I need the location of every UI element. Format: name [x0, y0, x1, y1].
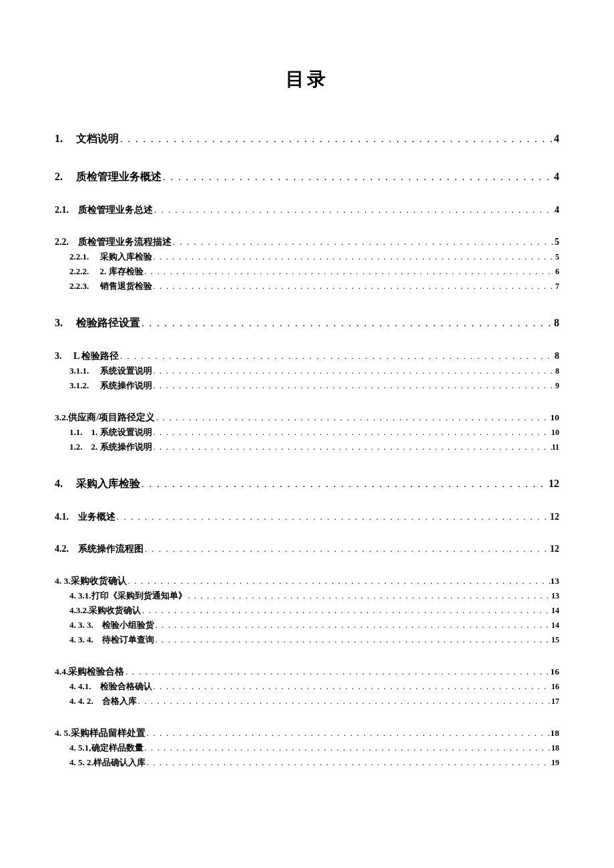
toc-number: 4.2.: [55, 544, 69, 554]
toc-page-number: 9: [555, 381, 559, 391]
toc-gap: [89, 266, 99, 277]
toc-number: 4. 3.1.: [69, 590, 91, 601]
toc-page-number: 8: [554, 317, 559, 329]
toc-text: 采购入库检验: [76, 477, 140, 491]
toc-text: 检验路径设置: [76, 316, 140, 330]
toc-text: 1. 系统设置说明: [91, 426, 152, 438]
toc-leader-dots: . . . . . . . . . . . . . . . . . . . . …: [152, 442, 552, 452]
toc-text: 采购样品留样处置: [71, 727, 145, 739]
toc-entry: 4.1. 业务概述 . . . . . . . . . . . . . . . …: [55, 511, 559, 523]
toc-page: 目录 1. 文档说明 . . . . . . . . . . . . . . .…: [0, 0, 614, 769]
toc-page-number: 19: [551, 758, 559, 768]
toc-entry: 4. 4. 2. 合格入库 . . . . . . . . . . . . . …: [55, 695, 559, 707]
toc-number: 4. 4.1.: [69, 681, 91, 692]
toc-text: 2. 系统操作说明: [91, 441, 152, 453]
toc-page-number: 17: [551, 697, 559, 707]
toc-gap: [69, 544, 78, 554]
toc-leader-dots: . . . . . . . . . . . . . . . . . . . . …: [152, 381, 556, 391]
toc-text: 采购收货确认: [71, 575, 127, 587]
toc-leader-dots: . . . . . . . . . . . . . . . . . . . . …: [152, 682, 552, 692]
toc-gap: [93, 620, 102, 630]
toc-number: 2.2.1.: [69, 252, 89, 262]
toc-leader-dots: . . . . . . . . . . . . . . . . . . . . …: [137, 697, 551, 707]
toc-text: 采购检验合格: [68, 666, 124, 678]
toc-leader-dots: . . . . . . . . . . . . . . . . . . . . …: [119, 133, 554, 145]
toc-page-number: 5: [555, 252, 559, 262]
toc-number: 2.1.: [55, 205, 69, 215]
toc-number: 4. 5.: [55, 728, 71, 739]
toc-text: 确定样品数量: [91, 742, 143, 754]
toc-page-number: 15: [551, 635, 559, 645]
toc-number: 4. 3. 3.: [69, 620, 93, 630]
toc-page-number: 7: [555, 282, 559, 292]
toc-page-number: 6: [555, 267, 559, 277]
toc-entry: 4.2. 系统操作流程图 . . . . . . . . . . . . . .…: [55, 543, 559, 555]
toc-gap: [63, 133, 76, 145]
toc-entry: 2.2.3. 销售退货检验 . . . . . . . . . . . . . …: [55, 280, 559, 292]
toc-number: 3.: [55, 351, 62, 362]
toc-leader-dots: . . . . . . . . . . . . . . . . . . . . …: [141, 606, 551, 616]
toc-text: 检验合格确认: [100, 681, 152, 693]
toc-number: 4. 3.: [55, 576, 71, 586]
toc-entry: 4. 5.1,确定样品数量 . . . . . . . . . . . . . …: [55, 742, 559, 754]
toc-leader-dots: . . . . . . . . . . . . . . . . . . . . …: [152, 428, 552, 438]
toc-leader-dots: . . . . . . . . . . . . . . . . . . . . …: [145, 758, 551, 768]
toc-number: 4. 5.1,: [69, 743, 91, 753]
toc-text: 销售退货检验: [100, 280, 152, 292]
toc-text: L 检验路径: [73, 350, 119, 362]
toc-entry: 3.2.供应商/项目路径定义 . . . . . . . . . . . . .…: [55, 412, 559, 424]
toc-leader-dots: . . . . . . . . . . . . . . . . . . . . …: [119, 351, 555, 362]
toc-entry: 4. 3.1. 打印《采购到货通知单》 . . . . . . . . . . …: [55, 590, 559, 602]
toc-entry: 1.1. 1. 系统设置说明 . . . . . . . . . . . . .…: [55, 426, 559, 438]
toc-page-number: 5: [555, 237, 559, 248]
toc-text: 系统操作流程图: [78, 543, 143, 555]
toc-gap: [93, 634, 102, 645]
toc-gap: [91, 681, 100, 692]
toc-entry: 4. 5. 2. 样品确认入库 . . . . . . . . . . . . …: [55, 757, 559, 769]
toc-entry: 2.1. 质检管理业务总述 . . . . . . . . . . . . . …: [55, 204, 559, 216]
toc-text: 采购入库检验: [100, 251, 152, 263]
toc-leader-dots: . . . . . . . . . . . . . . . . . . . . …: [143, 544, 550, 554]
toc-number: 2.2.2.: [69, 266, 89, 277]
toc-page-number: 4: [554, 171, 559, 183]
toc-number: 1.: [55, 133, 63, 145]
toc-gap: [62, 351, 74, 362]
toc-page-number: 18: [551, 743, 559, 753]
toc-number: 4. 4. 2.: [69, 696, 93, 707]
toc-entry: 4. 5.采购样品留样处置 . . . . . . . . . . . . . …: [55, 727, 559, 739]
toc-leader-dots: . . . . . . . . . . . . . . . . . . . . …: [127, 576, 551, 586]
toc-text: 样品确认入库: [93, 757, 145, 769]
toc-entry: 3.1.1. 系统设置说明 . . . . . . . . . . . . . …: [55, 365, 559, 377]
toc-text: 检验小组验货: [102, 619, 154, 631]
toc-entry: 4.4.采购检验合格 . . . . . . . . . . . . . . .…: [55, 666, 559, 678]
toc-page-number: 4: [554, 133, 559, 145]
toc-text: 系统操作说明: [100, 380, 152, 392]
toc-number: 3.2.: [55, 412, 68, 423]
toc-page-number: 10: [551, 428, 559, 438]
toc-leader-dots: . . . . . . . . . . . . . . . . . . . . …: [124, 667, 550, 677]
toc-text: 文档说明: [76, 132, 119, 146]
toc-entry: 1. 文档说明 . . . . . . . . . . . . . . . . …: [55, 132, 559, 146]
toc-page-number: 13: [551, 591, 559, 601]
toc-text: 打印《采购到货通知单》: [91, 590, 187, 602]
toc-entry: 4. 3. 3. 检验小组验货 . . . . . . . . . . . . …: [55, 619, 559, 631]
toc-page-number: 8: [555, 351, 559, 362]
toc-entry: 1.2. 2. 系统操作说明 . . . . . . . . . . . . .…: [55, 441, 559, 453]
toc-leader-dots: . . . . . . . . . . . . . . . . . . . . …: [187, 591, 552, 601]
toc-page-number: 13: [551, 576, 560, 586]
toc-leader-dots: . . . . . . . . . . . . . . . . . . . . …: [172, 237, 555, 248]
toc-page-number: 11: [552, 442, 559, 452]
toc-entry: 3.1.2. 系统操作说明 . . . . . . . . . . . . . …: [55, 380, 559, 392]
toc-leader-dots: . . . . . . . . . . . . . . . . . . . . …: [152, 366, 556, 376]
toc-leader-dots: . . . . . . . . . . . . . . . . . . . . …: [155, 413, 550, 423]
toc-number: 3.1.1.: [69, 366, 89, 376]
toc-gap: [69, 512, 78, 522]
toc-entry: 3. L 检验路径 . . . . . . . . . . . . . . . …: [55, 350, 559, 362]
toc-text: 系统设置说明: [100, 365, 152, 377]
toc-text: 质检管理业务流程描述: [78, 236, 172, 248]
toc-leader-dots: . . . . . . . . . . . . . . . . . . . . …: [140, 478, 549, 490]
toc-leader-dots: . . . . . . . . . . . . . . . . . . . . …: [145, 729, 551, 739]
toc-entry: 3. 检验路径设置 . . . . . . . . . . . . . . . …: [55, 316, 559, 330]
toc-leader-dots: . . . . . . . . . . . . . . . . . . . . …: [140, 318, 554, 329]
toc-page-number: 12: [550, 544, 559, 554]
